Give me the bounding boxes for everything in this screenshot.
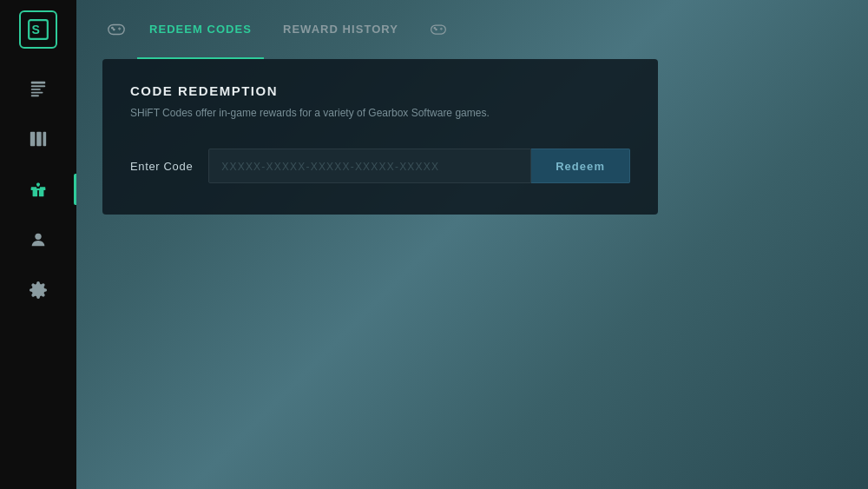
svg-point-22: [119, 27, 120, 28]
tab-redeem-codes[interactable]: REDEEM CODES: [137, 0, 264, 59]
svg-rect-7: [30, 132, 36, 147]
svg-point-30: [441, 29, 442, 30]
svg-rect-14: [40, 187, 45, 190]
gear-icon: [29, 281, 48, 300]
svg-rect-17: [108, 25, 124, 35]
svg-rect-9: [43, 132, 47, 147]
sidebar: S: [0, 0, 76, 489]
nav-left-icon: [102, 16, 130, 43]
enter-code-label: Enter Code: [130, 160, 193, 173]
svg-point-26: [434, 27, 437, 29]
sidebar-items: [0, 73, 76, 306]
svg-point-23: [119, 29, 120, 30]
svg-text:S: S: [31, 23, 39, 36]
card-title: CODE REDEMPTION: [130, 83, 630, 98]
svg-rect-11: [33, 190, 38, 196]
library-icon: [29, 129, 48, 149]
svg-point-29: [441, 28, 442, 29]
gift-icon: [29, 180, 48, 199]
svg-rect-13: [31, 187, 36, 190]
news-icon: [29, 79, 48, 98]
code-redemption-row: Enter Code Redeem: [130, 149, 630, 183]
redeem-button[interactable]: Redeem: [531, 149, 630, 183]
sidebar-item-library[interactable]: [0, 123, 76, 155]
sidebar-logo[interactable]: S: [19, 10, 57, 49]
sidebar-item-news[interactable]: [0, 73, 76, 104]
svg-rect-3: [31, 85, 46, 87]
svg-point-15: [35, 234, 41, 240]
reward-icon: [430, 21, 447, 38]
nav-right-icon: [424, 16, 452, 43]
svg-rect-4: [31, 89, 41, 90]
card-subtitle: SHiFT Codes offer in-game rewards for a …: [130, 105, 630, 121]
svg-rect-24: [431, 25, 446, 34]
svg-rect-8: [36, 132, 42, 147]
sidebar-item-rewards[interactable]: [0, 174, 76, 205]
controller-icon: [107, 20, 126, 39]
tab-reward-history[interactable]: REWARD HISTORY: [271, 0, 411, 59]
main-content: REDEEM CODES REWARD HISTORY CODE REDEMPT…: [76, 0, 868, 489]
top-nav: REDEEM CODES REWARD HISTORY: [102, 0, 842, 59]
code-input[interactable]: [208, 149, 531, 183]
sidebar-item-settings[interactable]: [0, 274, 76, 306]
user-icon: [29, 230, 48, 249]
shift-logo-icon: S: [27, 18, 49, 41]
code-redemption-card: CODE REDEMPTION SHiFT Codes offer in-gam…: [102, 59, 658, 215]
svg-rect-5: [31, 92, 43, 94]
svg-point-19: [111, 27, 114, 30]
svg-rect-12: [39, 190, 43, 196]
sidebar-item-profile[interactable]: [0, 224, 76, 255]
svg-rect-6: [31, 95, 39, 96]
svg-rect-2: [31, 82, 46, 84]
